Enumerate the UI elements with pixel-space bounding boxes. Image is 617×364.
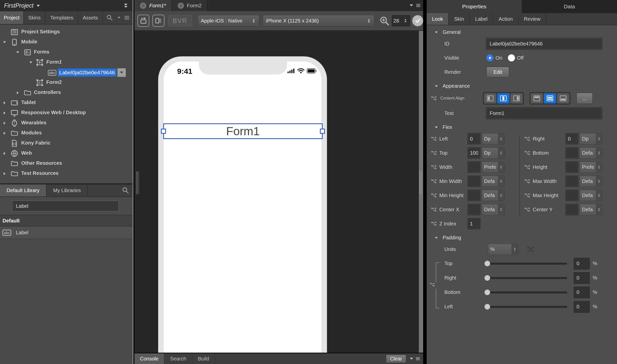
zoom-in-icon[interactable]	[379, 16, 389, 26]
flex-height-unit-select[interactable]: Prefe	[580, 162, 603, 173]
section-padding[interactable]: Padding	[427, 231, 617, 242]
tree-item-mobile[interactable]: Mobile	[0, 37, 133, 47]
slider-thumb[interactable]	[484, 289, 490, 295]
tree-item-tablet[interactable]: Tablet	[0, 98, 133, 108]
flex-left-unit-select[interactable]: Dp	[482, 133, 505, 144]
library-filter-input[interactable]	[12, 200, 119, 212]
tree-item-web[interactable]: Web	[0, 148, 133, 158]
padding-top-input[interactable]	[574, 258, 590, 269]
chevron-right-icon[interactable]	[3, 101, 7, 105]
flex-left-input[interactable]	[468, 133, 480, 144]
slider-thumb[interactable]	[484, 261, 490, 266]
flex-right-input[interactable]	[566, 133, 578, 144]
tree-item-other-resources[interactable]: Other Resources	[0, 158, 133, 169]
flex-height-input[interactable]	[566, 162, 578, 173]
link-values-shuffle-icon[interactable]	[525, 245, 536, 253]
tree-item-controllers[interactable]: Controllers	[0, 88, 133, 98]
flex-centerx-input[interactable]	[468, 204, 480, 215]
align-bottom-button[interactable]	[557, 93, 569, 103]
tab-default-library[interactable]: Default Library	[0, 184, 47, 196]
more-align-button[interactable]: ...	[577, 93, 593, 104]
tab-assets[interactable]: Assets	[78, 11, 103, 24]
subtab-skin[interactable]: Skin	[449, 13, 470, 25]
tree-item-wearables[interactable]: Wearables	[0, 118, 133, 128]
flex-minwidth-input[interactable]	[468, 176, 480, 187]
padding-units-select[interactable]: %	[488, 244, 518, 255]
padding-bottom-slider[interactable]	[485, 291, 567, 293]
design-canvas[interactable]: 9:41 Form1	[134, 31, 423, 353]
tab-skins[interactable]: Skins	[24, 11, 46, 24]
padding-right-slider[interactable]	[485, 277, 567, 279]
search-icon[interactable]	[106, 14, 113, 21]
flex-width-unit-select[interactable]: Prefe	[482, 162, 505, 173]
padding-bottom-input[interactable]	[574, 287, 590, 298]
tree-item-form2[interactable]: Form2	[0, 78, 133, 88]
chevron-right-icon[interactable]	[3, 111, 7, 115]
padding-left-slider[interactable]	[485, 306, 567, 308]
flex-right-unit-select[interactable]: Dp	[580, 133, 603, 144]
close-icon[interactable]	[178, 3, 184, 9]
pin-panel-icon[interactable]	[123, 3, 129, 9]
close-icon[interactable]	[140, 3, 146, 9]
chevron-down-icon[interactable]	[16, 50, 20, 54]
visible-off-radio[interactable]	[508, 54, 515, 61]
flex-maxwidth-unit-select[interactable]: Defa	[580, 176, 603, 187]
text-input[interactable]	[486, 108, 602, 119]
padding-right-input[interactable]	[574, 272, 590, 284]
zoom-level-stepper[interactable]	[392, 15, 410, 26]
id-input[interactable]	[486, 38, 602, 49]
tree-item-modules[interactable]: Modules	[0, 128, 133, 138]
bvr-button[interactable]: BVR	[168, 15, 192, 26]
right-splitter-bar[interactable]	[419, 31, 423, 353]
project-name[interactable]: FirstProject	[4, 2, 33, 9]
menu-icon[interactable]	[124, 15, 130, 20]
subtab-review[interactable]: Review	[519, 13, 546, 25]
flex-centerx-unit-select[interactable]: Defa	[482, 204, 505, 215]
align-right-button[interactable]	[510, 93, 523, 103]
slider-thumb[interactable]	[484, 275, 490, 281]
device-select[interactable]: iPhone X (1125 x 2436)	[263, 15, 374, 27]
tab-my-libraries[interactable]: My Libraries	[47, 184, 88, 196]
widget-dropdown-button[interactable]	[117, 68, 126, 77]
search-icon[interactable]	[122, 187, 129, 194]
menu-icon[interactable]	[416, 3, 421, 8]
chevron-right-icon[interactable]	[3, 121, 7, 125]
tree-item-responsive-web[interactable]: Responsive Web / Desktop	[0, 108, 133, 118]
subtab-look[interactable]: Look	[427, 13, 449, 25]
tree-item-project-settings[interactable]: Project Settings	[0, 27, 133, 37]
flex-top-unit-select[interactable]: Dp	[482, 147, 505, 158]
edit-render-button[interactable]: Edit	[486, 67, 509, 77]
flex-minwidth-unit-select[interactable]: Defa	[482, 176, 505, 187]
chevron-down-icon[interactable]	[29, 60, 33, 64]
zoom-level-input[interactable]	[393, 18, 403, 24]
flex-width-input[interactable]	[468, 162, 480, 173]
align-left-button[interactable]	[484, 93, 496, 103]
updown-arrows-icon[interactable]	[403, 19, 407, 23]
left-splitter-grip[interactable]	[136, 171, 139, 194]
platform-select[interactable]: Apple-iOS : Native	[198, 15, 259, 27]
rotate-device-button[interactable]	[137, 15, 149, 27]
flex-minheight-unit-select[interactable]: Defa	[482, 190, 505, 201]
selected-widget-name[interactable]: Label0ja02be0e479646	[58, 69, 116, 77]
chevron-right-icon[interactable]	[3, 151, 7, 155]
align-vcenter-button[interactable]	[544, 93, 556, 103]
menu-icon[interactable]	[416, 356, 420, 361]
library-item-label[interactable]: abc Label	[0, 226, 133, 239]
flex-bottom-input[interactable]	[566, 147, 578, 158]
align-hcenter-button[interactable]	[497, 93, 509, 103]
tree-item-forms[interactable]: Forms	[0, 47, 133, 57]
flex-maxheight-unit-select[interactable]: Defa	[580, 190, 603, 201]
z-index-input[interactable]	[468, 218, 480, 229]
tab-search[interactable]: Search	[164, 353, 192, 364]
chevron-right-icon[interactable]	[3, 172, 7, 176]
chevron-right-icon[interactable]	[3, 131, 7, 135]
right-splitter-grip[interactable]	[420, 171, 422, 194]
device-frame-button[interactable]	[152, 15, 164, 27]
subtab-action[interactable]: Action	[493, 13, 519, 25]
doc-tab-form2[interactable]: Form2	[172, 0, 208, 11]
flex-minheight-input[interactable]	[468, 190, 480, 201]
tab-console[interactable]: Console	[134, 353, 164, 364]
flex-centery-input[interactable]	[566, 204, 578, 215]
tree-item-label-widget[interactable]: abc Label0ja02be0e479646	[0, 67, 133, 78]
chevron-down-icon[interactable]	[3, 40, 7, 44]
